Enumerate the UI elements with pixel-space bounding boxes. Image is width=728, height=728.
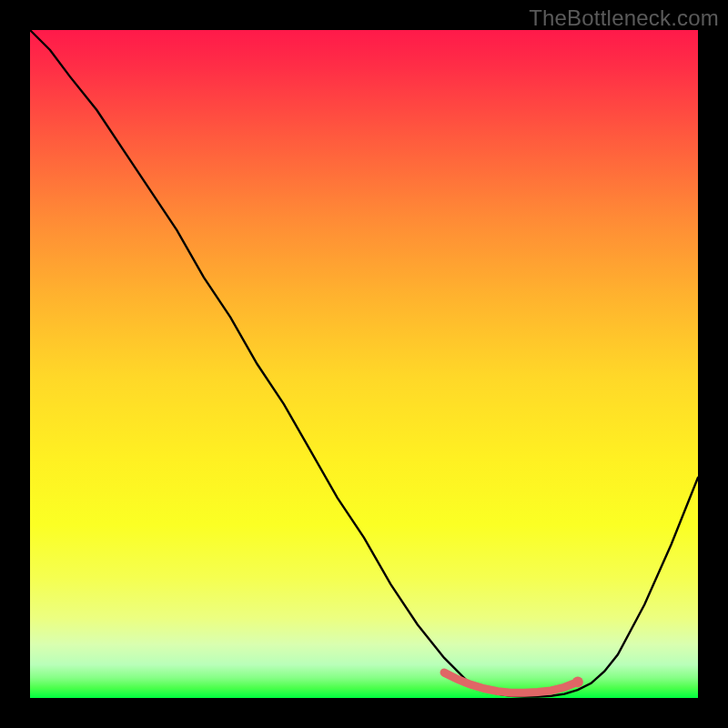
chart-container: TheBottleneck.com: [0, 0, 728, 728]
bottleneck-curve: [30, 30, 698, 697]
sweet-spot-path: [444, 672, 578, 693]
plot-area: [30, 30, 698, 698]
watermark-text: TheBottleneck.com: [529, 5, 719, 31]
sweet-spot-end-dot: [572, 676, 583, 687]
chart-svg: [30, 30, 698, 698]
